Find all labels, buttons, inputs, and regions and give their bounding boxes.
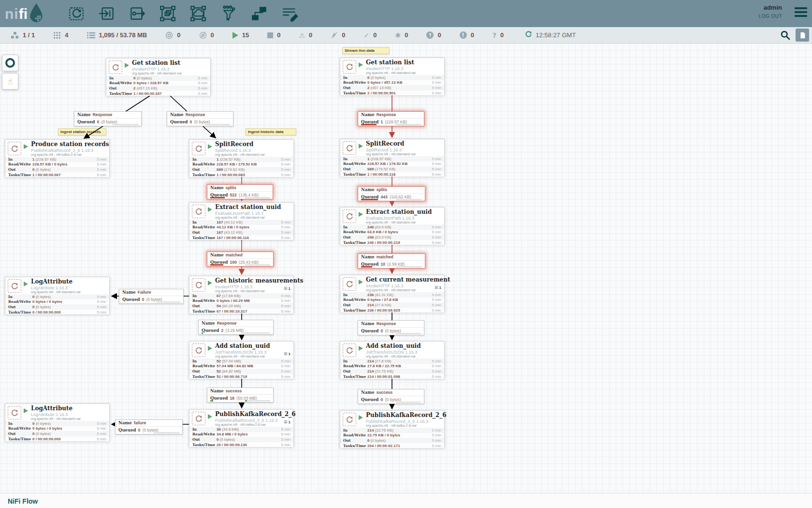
processor-get-current-measurement[interactable]: Get current measurement InvokeHTTP 1.16.… (340, 275, 445, 313)
active-threads-badge: ⊞1 (435, 285, 441, 290)
processor-stats: In67 (17.69 KB)5 minRead/Write0 bytes / … (189, 293, 293, 314)
processor-stamp-icon (192, 412, 205, 425)
stat-row-tasks-time: Tasks/Time67 / 00:00:10.3175 min (189, 309, 293, 314)
queue-label-splits-right[interactable]: Namesplits Queued443 (115.62 KB) (358, 186, 425, 201)
processor-bundle: org.apache.nifi - nifi-standard-nar (215, 216, 265, 219)
stat-row-out: Out0 (0 bytes)5 min (340, 438, 444, 443)
processor-publishkafka-mid[interactable]: PublishKafkaRecord_2_6 PublishKafkaRecor… (189, 409, 294, 447)
document-panel-button[interactable] (796, 29, 809, 42)
label-icon[interactable] (281, 5, 298, 22)
size-threshold-bar (113, 124, 138, 125)
active-threads-count: 4 (65, 31, 68, 39)
flow-canvas[interactable]: Ingest station records Ingest historic d… (0, 44, 812, 493)
processor-name: PublishKafkaRecord_2_6 (366, 412, 447, 418)
processor-publishkafka-right[interactable]: PublishKafkaRecord_2_6 PublishKafkaRecor… (340, 410, 445, 448)
processor-icon[interactable] (68, 5, 85, 22)
processor-extract-station-uuid-mid[interactable]: Extract station_uuid EvaluateJsonPath 1.… (189, 202, 294, 240)
search-icon[interactable] (780, 30, 791, 41)
size-threshold-bar (156, 301, 180, 303)
stat-row-out: Out2 (457.13 KB)5 min (340, 85, 444, 90)
size-threshold-bar (245, 400, 270, 402)
backpressure-bars (118, 432, 179, 433)
funnel-icon[interactable] (220, 5, 237, 22)
process-group-icon[interactable] (159, 5, 176, 22)
queue-label-failure-top[interactable]: NameFailure Queued0 (0 bytes) (119, 289, 184, 304)
name-key: Name (210, 388, 224, 393)
backpressure-bars (361, 402, 421, 403)
backpressure-bars (361, 199, 422, 200)
hamburger-icon[interactable] (795, 7, 807, 19)
processor-stamp-icon (192, 344, 205, 357)
relationship-name: splits (226, 185, 236, 190)
size-threshold-bar (245, 264, 270, 266)
processor-bundle: org.apache.nifi - nifi-standard-nar (366, 152, 416, 156)
processor-stamp-icon (343, 277, 356, 291)
queue-label-success-mid[interactable]: Namesuccess Queued16 (50.03 MB) (207, 388, 274, 403)
refresh-icon[interactable] (525, 30, 532, 40)
processor-get-historic-measurements[interactable]: Get historic measurements InvokeHTTP 1.1… (189, 276, 294, 314)
output-port-icon[interactable] (129, 5, 146, 22)
input-port-icon[interactable] (98, 5, 116, 22)
queue-label-response-left-2[interactable]: NameResponse Queued0 (0 bytes) (167, 111, 233, 126)
processor-logattribute-bottom[interactable]: LogAttribute LogAttribute 1.16.3 org.apa… (5, 403, 110, 441)
locally-modified-stale-status: ! 0 (460, 31, 474, 39)
processor-stats: In0 (0 bytes)5 minRead/Write0 bytes / 22… (106, 75, 210, 96)
stat-row-tasks-time: Tasks/Time214 / 00:00:01.0985 min (340, 374, 444, 379)
last-refresh-time: 12:58:27 GMT (536, 31, 576, 39)
stat-row-read-write: Read/Write22.75 KB / 0 bytes5 min (340, 433, 444, 438)
processor-splitrecord-right[interactable]: SplitRecord SplitRecord 1.16.3 org.apach… (340, 139, 445, 177)
size-threshold-bar (396, 333, 421, 334)
processor-get-station-list-left[interactable]: Get station list InvokeHTTP 1.16.3 org.a… (106, 58, 211, 96)
processor-add-station-uuid-mid[interactable]: Add station_uuid JoltTransformJSON 1.16.… (189, 341, 294, 379)
stat-row-tasks-time: Tasks/Time167 / 00:00:00.1165 min (189, 235, 293, 240)
backpressure-bars (361, 333, 421, 334)
processor-logattribute-top[interactable]: LogAttribute LogAttribute 1.16.3 org.apa… (5, 277, 110, 314)
name-key: Name (118, 420, 132, 425)
processor-add-station-uuid-right[interactable]: Add station_uuid JoltTransformJSON 1.16.… (340, 341, 445, 379)
stat-row-in: In52 (57.04 MB)5 min (189, 359, 293, 364)
cluster-count: 1 / 1 (23, 31, 35, 39)
queue-label-matched-mid[interactable]: Namematched Queued100 (25.43 KB) (207, 252, 274, 267)
stat-row-out: Out0 (0 bytes)5 min (5, 304, 109, 310)
processor-stats: In1 (228.57 KB)5 minRead/Write228.57 KB … (340, 156, 444, 177)
cluster-status: 1 / 1 (11, 31, 35, 39)
processor-stamp-icon (343, 141, 356, 155)
size-threshold-bar (205, 124, 230, 125)
processor-bundle: org.apache.nifi - nifi-standard-nar (215, 289, 265, 293)
queue-label-response-mid-2[interactable]: NameResponse Queued2 (3.25 MB) (198, 320, 274, 335)
queue-label-matched-right[interactable]: Namematched Queued10 (2.59 KB) (358, 254, 425, 269)
processor-type: SplitRecord 1.16.3 (215, 148, 251, 153)
stat-row-read-write: Read/Write0 bytes / 0 bytes5 min (5, 299, 109, 305)
running-status-icon (24, 144, 28, 149)
relationship-name: failure (134, 420, 146, 425)
queue-label-success-right[interactable]: Namesuccess Queued0 (0 bytes) (358, 389, 424, 404)
breadcrumb[interactable]: NiFi Flow (8, 497, 38, 505)
running-status-icon (208, 281, 212, 285)
processor-extract-station-uuid-right[interactable]: Extract station_uuid EvaluateJsonPath 1.… (340, 207, 445, 245)
queue-label-failure-bottom[interactable]: Namefailure Queued0 (0 bytes) (115, 419, 183, 434)
processor-produce-station-records[interactable]: Produce station records PublishKafkaReco… (5, 139, 110, 177)
processor-stamp-icon (8, 406, 21, 419)
remote-process-group-icon[interactable] (189, 5, 207, 22)
backpressure-bars (122, 301, 180, 303)
queue-label-response-right-1[interactable]: NameResponse Queued1 (228.57 KB) (358, 111, 424, 126)
name-key: Name (361, 321, 375, 326)
up-to-date-status: ✓ 0 (363, 31, 377, 39)
queue-label-splits-mid[interactable]: Namesplits Queued522 (136.4 KB) (207, 184, 273, 199)
operate-palette-button[interactable]: ☝ (2, 73, 18, 90)
stat-row-out: Out214 (22.75 KB)5 min (340, 369, 444, 374)
logout-link[interactable]: LOG OUT (758, 14, 782, 19)
processor-type: InvokeHTTP 1.16.3 (366, 284, 403, 288)
refresh-status[interactable]: 12:58:27 GMT (525, 30, 576, 40)
processor-splitrecord-mid[interactable]: SplitRecord SplitRecord 1.16.3 org.apach… (189, 139, 294, 177)
navigate-palette-button[interactable] (2, 55, 18, 71)
queue-label-response-left-1[interactable]: NameResponse Queued0 (0 bytes) (74, 111, 142, 126)
processor-stats: In214 (22.75 KB)5 minRead/Write22.75 KB … (340, 428, 444, 448)
threads-badge-icon: ⊞ (284, 419, 288, 424)
processor-name: PublishKafkaRecord_2_6 (215, 411, 296, 418)
queue-label-response-right-2[interactable]: NameResponse Queued0 (0 bytes) (358, 320, 424, 335)
processor-get-station-list-right[interactable]: Get station list InvokeHTTP 1.16.3 org.a… (340, 58, 445, 95)
template-icon[interactable] (250, 5, 268, 22)
logo-text-fi: fi (19, 6, 28, 22)
invalid-status: ⚠ 0 (299, 31, 312, 39)
